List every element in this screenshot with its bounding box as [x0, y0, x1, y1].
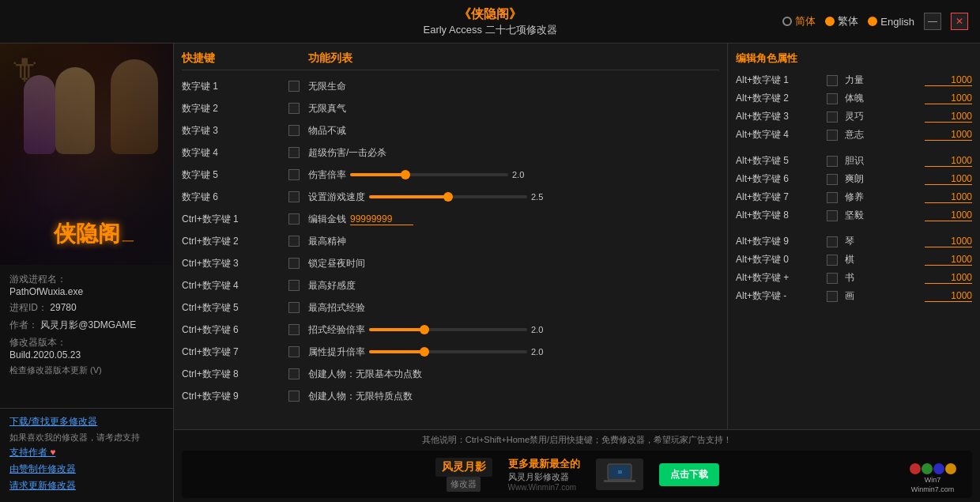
- attr-value[interactable]: 1000: [925, 191, 972, 203]
- attr-key: Alt+数字键 6: [736, 172, 823, 186]
- lang-traditional[interactable]: 繁体: [825, 14, 858, 28]
- slider-thumb[interactable]: [420, 347, 429, 357]
- hotkey-key: Ctrl+数字键 4: [182, 279, 285, 293]
- attr-value[interactable]: 1000: [925, 129, 972, 141]
- main-area: 🗡 侠隐阁 一 游戏进程名： PathOfWuxia.exe 进程ID： 297…: [0, 43, 980, 502]
- hotkey-function: 创建人物：无限特质点数: [308, 390, 719, 403]
- attr-name: 体魄: [845, 92, 921, 105]
- hotkey-checkbox[interactable]: [288, 324, 300, 335]
- svg-rect-2: [604, 480, 635, 482]
- lang-simplified-label: 简体: [795, 14, 816, 28]
- custom-trainer-link[interactable]: 由赞制作修改器: [9, 462, 164, 476]
- hotkey-key: 数字键 1: [182, 80, 285, 93]
- hotkey-checkbox[interactable]: [288, 368, 300, 379]
- ad-website: Www.Winmin7.com: [508, 483, 580, 492]
- slider-thumb[interactable]: [420, 325, 429, 334]
- attr-value[interactable]: 1000: [925, 290, 972, 302]
- attr-key: Alt+数字键 0: [736, 253, 823, 266]
- ad-main-text: 更多最新最全的: [508, 457, 580, 471]
- ad-device-icon: ⊞: [596, 459, 643, 490]
- slider-track[interactable]: [369, 350, 527, 353]
- attr-row: Alt+数字键 7修养1000: [736, 191, 972, 204]
- win7-circle-blue: [933, 463, 944, 474]
- slider-thumb[interactable]: [443, 192, 453, 202]
- attr-value[interactable]: 1000: [925, 272, 972, 284]
- lang-english-radio: [868, 17, 877, 26]
- hotkey-checkbox[interactable]: [288, 346, 300, 357]
- slider-track[interactable]: [350, 173, 508, 176]
- hotkey-checkbox[interactable]: [288, 81, 300, 92]
- attr-checkbox[interactable]: [827, 75, 838, 86]
- attr-value[interactable]: 1000: [925, 111, 972, 123]
- attr-spacer: [736, 227, 972, 235]
- attr-value[interactable]: 1000: [925, 74, 972, 86]
- hotkey-checkbox[interactable]: [288, 391, 300, 402]
- win7-circle-green: [922, 463, 933, 474]
- hotkey-row: Ctrl+数字键 5最高招式经验: [182, 298, 719, 317]
- hotkey-checkbox[interactable]: [288, 213, 300, 225]
- attr-name: 画: [845, 289, 921, 303]
- hotkey-checkbox[interactable]: [288, 191, 300, 202]
- slider-thumb[interactable]: [401, 170, 410, 179]
- attr-value[interactable]: 1000: [925, 254, 972, 266]
- attr-checkbox[interactable]: [827, 236, 838, 247]
- hotkey-checkbox[interactable]: [288, 103, 300, 114]
- process-id-label: 进程ID：: [9, 302, 47, 313]
- attr-checkbox[interactable]: [827, 273, 838, 284]
- ad-logo-block: 风灵月影 修改器: [435, 458, 492, 492]
- attr-row: Alt+数字键 2体魄1000: [736, 92, 972, 105]
- hotkey-function: 锁定昼夜时间: [308, 257, 719, 270]
- close-button[interactable]: ✕: [951, 13, 968, 30]
- support-author-link[interactable]: 支持作者: [9, 446, 164, 459]
- attr-checkbox[interactable]: [827, 255, 838, 266]
- hotkey-checkbox[interactable]: [288, 302, 300, 313]
- attr-value[interactable]: 1000: [925, 92, 972, 104]
- attr-row: Alt+数字键 0棋1000: [736, 253, 972, 266]
- hotkey-checkbox[interactable]: [288, 125, 300, 136]
- attr-value[interactable]: 1000: [925, 209, 972, 221]
- attr-name: 意志: [845, 128, 921, 142]
- hotkey-checkbox[interactable]: [288, 280, 300, 291]
- attr-checkbox[interactable]: [827, 210, 838, 221]
- attr-checkbox[interactable]: [827, 192, 838, 203]
- hotkey-checkbox[interactable]: [288, 169, 300, 180]
- slider-track[interactable]: [369, 195, 527, 198]
- attr-row: Alt+数字键 9琴1000: [736, 235, 972, 248]
- hotkey-row: 数字键 3物品不减: [182, 121, 719, 140]
- slider-track[interactable]: [369, 328, 527, 331]
- attr-key: Alt+数字键 4: [736, 128, 823, 142]
- hotkey-row: 数字键 2无限真气: [182, 99, 719, 118]
- hotkey-key: 数字键 6: [182, 191, 285, 204]
- hotkey-key: Ctrl+数字键 1: [182, 213, 285, 226]
- hotkey-key: Ctrl+数字键 2: [182, 235, 285, 248]
- hotkey-key: 数字键 5: [182, 168, 285, 182]
- attr-checkbox[interactable]: [827, 174, 838, 185]
- minimize-button[interactable]: —: [924, 13, 941, 30]
- more-trainers-link[interactable]: 下载/查找更多修改器: [9, 415, 164, 428]
- attr-checkbox[interactable]: [827, 93, 838, 104]
- request-update-link[interactable]: 请求更新修改器: [9, 479, 164, 493]
- hotkey-checkbox[interactable]: [288, 236, 300, 247]
- edit-input[interactable]: [350, 213, 413, 225]
- attr-checkbox[interactable]: [827, 291, 838, 302]
- hotkey-row: Ctrl+数字键 1编辑金钱: [182, 209, 719, 228]
- lang-simplified[interactable]: 简体: [782, 14, 816, 28]
- win7-text: Win7: [925, 476, 941, 484]
- attr-checkbox[interactable]: [827, 156, 838, 167]
- ad-download-button[interactable]: 点击下载: [659, 463, 719, 486]
- hotkey-checkbox[interactable]: [288, 147, 300, 158]
- attr-checkbox[interactable]: [827, 111, 838, 123]
- slider-container: 2.0: [369, 347, 719, 357]
- attr-key: Alt+数字键 5: [736, 154, 823, 168]
- hotkey-checkbox[interactable]: [288, 258, 300, 269]
- author-label: 作者：: [9, 319, 38, 330]
- attr-value[interactable]: 1000: [925, 155, 972, 167]
- hotkey-row: 数字键 5伤害倍率2.0: [182, 165, 719, 184]
- attr-checkbox[interactable]: [827, 130, 838, 141]
- lang-english[interactable]: English: [868, 16, 914, 28]
- logo-arrow: 一: [122, 234, 134, 251]
- hotkey-row: Ctrl+数字键 4最高好感度: [182, 276, 719, 295]
- ad-sub-text: 风灵月影修改器: [508, 471, 580, 483]
- attr-value[interactable]: 1000: [925, 173, 972, 185]
- attr-value[interactable]: 1000: [925, 236, 972, 247]
